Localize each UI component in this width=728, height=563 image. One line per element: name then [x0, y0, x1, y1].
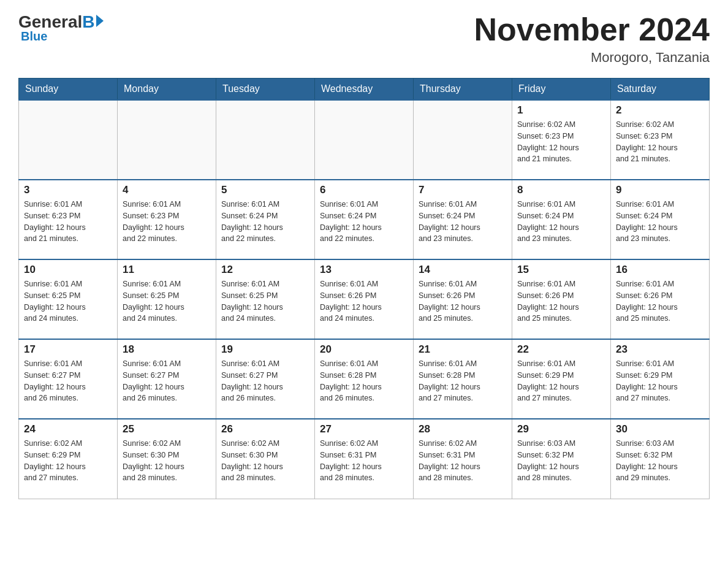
logo-b: B	[82, 12, 94, 32]
table-row: 13Sunrise: 6:01 AMSunset: 6:26 PMDayligh…	[315, 259, 414, 339]
table-row: 26Sunrise: 6:02 AMSunset: 6:30 PMDayligh…	[216, 419, 315, 499]
day-info: Sunrise: 6:02 AMSunset: 6:23 PMDaylight:…	[517, 119, 605, 165]
day-number: 1	[517, 104, 605, 117]
day-info: Sunrise: 6:01 AMSunset: 6:26 PMDaylight:…	[419, 278, 507, 324]
day-info: Sunrise: 6:03 AMSunset: 6:32 PMDaylight:…	[517, 438, 605, 484]
table-row: 5Sunrise: 6:01 AMSunset: 6:24 PMDaylight…	[216, 180, 315, 259]
day-info: Sunrise: 6:01 AMSunset: 6:24 PMDaylight:…	[221, 199, 309, 245]
day-info: Sunrise: 6:01 AMSunset: 6:23 PMDaylight:…	[24, 199, 112, 245]
day-info: Sunrise: 6:02 AMSunset: 6:23 PMDaylight:…	[616, 119, 704, 165]
day-number: 18	[123, 343, 211, 356]
table-row: 16Sunrise: 6:01 AMSunset: 6:26 PMDayligh…	[611, 259, 710, 339]
day-number: 27	[320, 423, 408, 435]
day-number: 25	[123, 423, 211, 435]
table-row: 28Sunrise: 6:02 AMSunset: 6:31 PMDayligh…	[414, 419, 512, 499]
table-row: 24Sunrise: 6:02 AMSunset: 6:29 PMDayligh…	[19, 419, 118, 499]
day-number: 21	[419, 343, 507, 356]
day-info: Sunrise: 6:01 AMSunset: 6:26 PMDaylight:…	[517, 278, 605, 324]
logo-blue-text: Blue	[21, 29, 47, 44]
day-number: 30	[616, 423, 704, 435]
day-number: 10	[24, 264, 112, 276]
table-row: 22Sunrise: 6:01 AMSunset: 6:29 PMDayligh…	[512, 339, 611, 419]
table-row: 1Sunrise: 6:02 AMSunset: 6:23 PMDaylight…	[512, 100, 611, 180]
day-number: 20	[320, 343, 408, 356]
day-info: Sunrise: 6:02 AMSunset: 6:30 PMDaylight:…	[123, 438, 211, 484]
table-row: 15Sunrise: 6:01 AMSunset: 6:26 PMDayligh…	[512, 259, 611, 339]
day-number: 9	[616, 184, 704, 196]
table-row: 8Sunrise: 6:01 AMSunset: 6:24 PMDaylight…	[512, 180, 611, 259]
day-info: Sunrise: 6:01 AMSunset: 6:24 PMDaylight:…	[517, 199, 605, 245]
day-info: Sunrise: 6:01 AMSunset: 6:26 PMDaylight:…	[616, 278, 704, 324]
header-tuesday: Tuesday	[216, 79, 315, 101]
day-info: Sunrise: 6:01 AMSunset: 6:23 PMDaylight:…	[123, 199, 211, 245]
table-row	[19, 100, 118, 180]
table-row: 23Sunrise: 6:01 AMSunset: 6:29 PMDayligh…	[611, 339, 710, 419]
table-row: 21Sunrise: 6:01 AMSunset: 6:28 PMDayligh…	[414, 339, 512, 419]
table-row: 7Sunrise: 6:01 AMSunset: 6:24 PMDaylight…	[414, 180, 512, 259]
table-row: 6Sunrise: 6:01 AMSunset: 6:24 PMDaylight…	[315, 180, 414, 259]
table-row: 14Sunrise: 6:01 AMSunset: 6:26 PMDayligh…	[414, 259, 512, 339]
table-row: 17Sunrise: 6:01 AMSunset: 6:27 PMDayligh…	[19, 339, 118, 419]
table-row	[414, 100, 512, 180]
table-row	[118, 100, 216, 180]
day-number: 15	[517, 264, 605, 276]
title-section: November 2024 Morogoro, Tanzania	[474, 12, 710, 66]
table-row: 10Sunrise: 6:01 AMSunset: 6:25 PMDayligh…	[19, 259, 118, 339]
calendar-week-row: 10Sunrise: 6:01 AMSunset: 6:25 PMDayligh…	[19, 259, 710, 339]
day-info: Sunrise: 6:02 AMSunset: 6:30 PMDaylight:…	[221, 438, 309, 484]
header-monday: Monday	[118, 79, 216, 101]
calendar-week-row: 3Sunrise: 6:01 AMSunset: 6:23 PMDaylight…	[19, 180, 710, 259]
day-number: 19	[221, 343, 309, 356]
day-info: Sunrise: 6:02 AMSunset: 6:31 PMDaylight:…	[320, 438, 408, 484]
day-info: Sunrise: 6:01 AMSunset: 6:27 PMDaylight:…	[221, 358, 309, 404]
day-info: Sunrise: 6:01 AMSunset: 6:24 PMDaylight:…	[616, 199, 704, 245]
table-row: 12Sunrise: 6:01 AMSunset: 6:25 PMDayligh…	[216, 259, 315, 339]
day-number: 6	[320, 184, 408, 196]
header-friday: Friday	[512, 79, 611, 101]
day-number: 2	[616, 104, 704, 117]
table-row: 20Sunrise: 6:01 AMSunset: 6:28 PMDayligh…	[315, 339, 414, 419]
logo-arrow-icon	[96, 15, 104, 27]
day-number: 14	[419, 264, 507, 276]
day-info: Sunrise: 6:03 AMSunset: 6:32 PMDaylight:…	[616, 438, 704, 484]
table-row: 11Sunrise: 6:01 AMSunset: 6:25 PMDayligh…	[118, 259, 216, 339]
table-row: 30Sunrise: 6:03 AMSunset: 6:32 PMDayligh…	[611, 419, 710, 499]
day-info: Sunrise: 6:01 AMSunset: 6:24 PMDaylight:…	[419, 199, 507, 245]
table-row	[315, 100, 414, 180]
table-row: 4Sunrise: 6:01 AMSunset: 6:23 PMDaylight…	[118, 180, 216, 259]
day-number: 3	[24, 184, 112, 196]
day-number: 7	[419, 184, 507, 196]
header-saturday: Saturday	[611, 79, 710, 101]
day-number: 24	[24, 423, 112, 435]
day-info: Sunrise: 6:01 AMSunset: 6:26 PMDaylight:…	[320, 278, 408, 324]
day-number: 11	[123, 264, 211, 276]
table-row: 9Sunrise: 6:01 AMSunset: 6:24 PMDaylight…	[611, 180, 710, 259]
day-number: 17	[24, 343, 112, 356]
day-number: 5	[221, 184, 309, 196]
table-row: 2Sunrise: 6:02 AMSunset: 6:23 PMDaylight…	[611, 100, 710, 180]
header-sunday: Sunday	[19, 79, 118, 101]
day-number: 16	[616, 264, 704, 276]
day-number: 23	[616, 343, 704, 356]
calendar-week-row: 17Sunrise: 6:01 AMSunset: 6:27 PMDayligh…	[19, 339, 710, 419]
day-number: 26	[221, 423, 309, 435]
table-row: 25Sunrise: 6:02 AMSunset: 6:30 PMDayligh…	[118, 419, 216, 499]
month-title: November 2024	[474, 12, 710, 47]
day-number: 22	[517, 343, 605, 356]
day-number: 12	[221, 264, 309, 276]
day-number: 29	[517, 423, 605, 435]
logo: General B Blue	[18, 12, 104, 44]
day-info: Sunrise: 6:01 AMSunset: 6:24 PMDaylight:…	[320, 199, 408, 245]
header-wednesday: Wednesday	[315, 79, 414, 101]
table-row: 29Sunrise: 6:03 AMSunset: 6:32 PMDayligh…	[512, 419, 611, 499]
day-number: 4	[123, 184, 211, 196]
calendar-week-row: 24Sunrise: 6:02 AMSunset: 6:29 PMDayligh…	[19, 419, 710, 499]
day-info: Sunrise: 6:01 AMSunset: 6:27 PMDaylight:…	[24, 358, 112, 404]
table-row: 19Sunrise: 6:01 AMSunset: 6:27 PMDayligh…	[216, 339, 315, 419]
day-info: Sunrise: 6:01 AMSunset: 6:25 PMDaylight:…	[123, 278, 211, 324]
calendar-table: Sunday Monday Tuesday Wednesday Thursday…	[18, 78, 710, 499]
page-header: General B Blue November 2024 Morogoro, T…	[18, 12, 710, 66]
header-thursday: Thursday	[414, 79, 512, 101]
calendar-week-row: 1Sunrise: 6:02 AMSunset: 6:23 PMDaylight…	[19, 100, 710, 180]
day-number: 28	[419, 423, 507, 435]
